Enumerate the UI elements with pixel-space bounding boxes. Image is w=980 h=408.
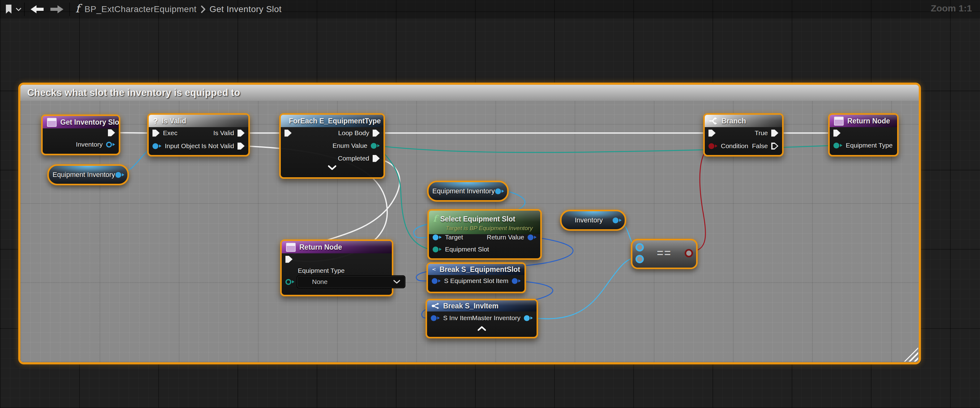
function-result-icon bbox=[286, 243, 296, 252]
var-pill-equipment-inventory-2[interactable]: Equipment Inventory bbox=[427, 181, 509, 202]
pin-label: Inventory bbox=[76, 141, 103, 148]
pin-row: S Inv Item bbox=[431, 314, 473, 322]
exec-input-pin[interactable] bbox=[153, 130, 159, 137]
false-exec-out-pin[interactable] bbox=[771, 143, 778, 150]
node-foreach-equipmenttype[interactable]: ForEach E_EquipmentType Loop Body Enum V… bbox=[279, 113, 385, 179]
equipment-slot-input-pin[interactable] bbox=[433, 247, 442, 252]
pill-label: Equipment Inventory bbox=[52, 171, 124, 179]
question-icon: ? bbox=[153, 116, 158, 126]
function-graph-icon: f bbox=[75, 2, 80, 15]
branch-icon bbox=[709, 117, 718, 125]
node-return-mid[interactable]: Return Node Equipment Type None bbox=[280, 239, 393, 296]
object-output-pin[interactable] bbox=[612, 217, 622, 223]
forward-button[interactable] bbox=[50, 5, 64, 14]
exec-input-pin[interactable] bbox=[708, 130, 716, 137]
object-output-pin[interactable] bbox=[115, 172, 124, 178]
target-input-pin[interactable] bbox=[433, 234, 442, 240]
zoom-level-label: Zoom 1:1 bbox=[931, 3, 972, 14]
pin-row: Master Inventory bbox=[472, 314, 533, 322]
back-arrow-icon bbox=[30, 5, 44, 14]
s-equipment-slot-input-pin[interactable] bbox=[432, 278, 441, 284]
pin-label: Condition bbox=[721, 142, 748, 150]
pin-row: Input Object bbox=[153, 142, 200, 150]
pin-label: Master Inventory bbox=[472, 314, 520, 322]
equal-symbol: == bbox=[657, 247, 672, 260]
node-break-s-equipmentslot[interactable]: Break S_EquipmentSlot S Equipment Slot I… bbox=[426, 262, 526, 293]
input-object-pin[interactable] bbox=[153, 143, 161, 149]
bookmark-dropdown[interactable] bbox=[16, 8, 22, 11]
breadcrumb-current[interactable]: Get Inventory Slot bbox=[210, 4, 282, 14]
exec-input-pin[interactable] bbox=[285, 130, 292, 137]
exec-input-pin[interactable] bbox=[834, 130, 840, 137]
pin-row: Equipment Slot bbox=[433, 245, 489, 253]
graph-toolbar: f BP_ExtCharacterEquipment Get Inventory… bbox=[0, 0, 980, 19]
node-get-inventory-slot[interactable]: Get Inventory Slot Inventory bbox=[41, 115, 120, 155]
pin-label: Equipment Type bbox=[298, 267, 345, 274]
object-output-pin[interactable] bbox=[495, 188, 504, 194]
is-valid-exec-out-pin[interactable] bbox=[237, 130, 245, 137]
node-title: ForEach E_EquipmentType bbox=[289, 117, 381, 125]
enum-dropdown[interactable]: None bbox=[297, 275, 406, 288]
chevron-down-icon[interactable] bbox=[328, 165, 337, 171]
bookmark-button[interactable] bbox=[5, 4, 13, 14]
return-value-output-pin[interactable] bbox=[528, 234, 536, 240]
loop-body-exec-out-pin[interactable] bbox=[373, 130, 380, 137]
node-title: Break S_EquipmentSlot bbox=[439, 265, 520, 274]
var-pill-inventory[interactable]: Inventory bbox=[560, 210, 626, 231]
node-select-equipment-slot[interactable]: f Select Equipment Slot Target is BP Equ… bbox=[427, 209, 542, 260]
exec-input-pin[interactable] bbox=[285, 256, 293, 263]
pin-label: Input Object bbox=[165, 142, 200, 150]
pin-label: Exec bbox=[163, 129, 178, 137]
s-inv-item-input-pin[interactable] bbox=[431, 315, 440, 321]
node-branch[interactable]: Branch Condition True False bbox=[703, 113, 784, 156]
pin-label: Enum Value bbox=[332, 142, 368, 150]
is-not-valid-exec-out-pin[interactable] bbox=[237, 143, 245, 150]
node-header: ? Is Valid bbox=[149, 115, 248, 127]
enum-value-output-pin[interactable] bbox=[371, 143, 380, 149]
pin-row: Target bbox=[433, 233, 463, 242]
equal-output-pin[interactable] bbox=[685, 249, 693, 257]
equal-input-pin-a[interactable] bbox=[635, 243, 644, 252]
item-output-pin[interactable] bbox=[512, 278, 521, 284]
node-return-right[interactable]: Return Node Equipment Type bbox=[828, 113, 899, 156]
pin-label: True bbox=[755, 129, 768, 137]
pin-row: Loop Body bbox=[338, 129, 380, 137]
breadcrumb-parent[interactable]: BP_ExtCharacterEquipment bbox=[84, 4, 196, 14]
wire-layer bbox=[0, 0, 980, 408]
node-title: Is Valid bbox=[162, 117, 186, 125]
pill-label: Equipment Inventory bbox=[432, 187, 503, 195]
pin-row bbox=[285, 255, 293, 263]
equipment-type-input-pin[interactable] bbox=[834, 143, 842, 148]
node-break-s-invitem[interactable]: Break S_InvItem S Inv Item Master Invent… bbox=[426, 299, 538, 338]
chevron-up-icon[interactable] bbox=[477, 326, 487, 331]
pin-label: Completed bbox=[338, 155, 369, 162]
node-header: Branch bbox=[705, 115, 782, 127]
inventory-output-pin[interactable] bbox=[106, 142, 115, 148]
function-result-icon bbox=[834, 116, 844, 126]
pin-row: Exec bbox=[153, 129, 178, 137]
node-equal-compact[interactable]: == bbox=[631, 239, 698, 269]
blueprint-graph-canvas[interactable]: Checks what slot the inventory is equipp… bbox=[0, 0, 980, 408]
node-header: f Select Equipment Slot Target is BP Equ… bbox=[429, 210, 540, 234]
exec-output-pin[interactable] bbox=[108, 129, 115, 136]
node-title: Branch bbox=[721, 117, 746, 125]
node-is-valid[interactable]: ? Is Valid Exec Input Object Is Valid Is… bbox=[147, 113, 250, 156]
condition-input-pin[interactable] bbox=[708, 143, 718, 149]
wire-obj-masterinventory-to-equals bbox=[534, 258, 633, 319]
var-pill-equipment-inventory-1[interactable]: Equipment Inventory bbox=[47, 164, 129, 185]
forward-arrow-icon bbox=[50, 5, 64, 14]
chevron-down-icon bbox=[16, 8, 22, 11]
equal-input-pin-b[interactable] bbox=[635, 255, 644, 263]
pin-row: Inventory bbox=[76, 140, 115, 149]
pin-row: Condition bbox=[708, 142, 748, 150]
equipment-type-input-pin[interactable] bbox=[285, 279, 294, 285]
pin-label: S Equipment Slot bbox=[444, 277, 494, 285]
enum-dropdown-value: None bbox=[312, 278, 328, 285]
back-button[interactable] bbox=[30, 5, 44, 14]
pill-label: Inventory bbox=[575, 216, 612, 224]
true-exec-out-pin[interactable] bbox=[771, 130, 778, 137]
completed-exec-out-pin[interactable] bbox=[373, 155, 380, 162]
master-inventory-output-pin[interactable] bbox=[524, 315, 533, 321]
node-header: Break S_EquipmentSlot bbox=[428, 264, 525, 275]
pin-label: Return Value bbox=[487, 234, 524, 241]
